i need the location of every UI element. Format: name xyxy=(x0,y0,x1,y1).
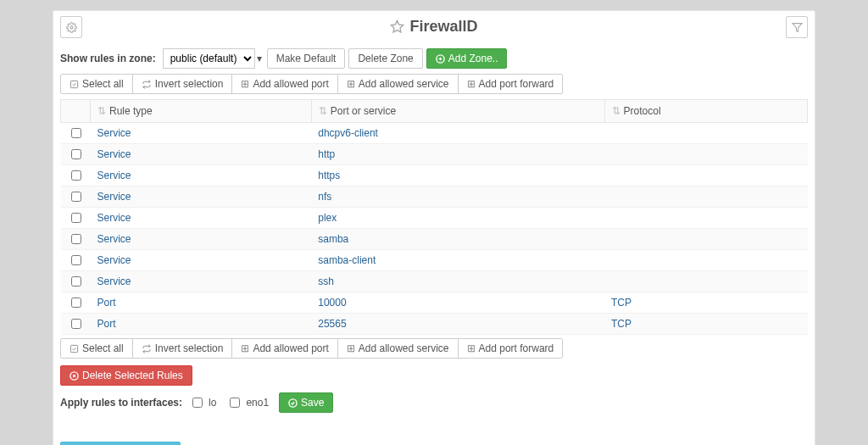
gear-icon xyxy=(66,22,77,33)
plus-box-icon: ⊞ xyxy=(347,78,355,90)
svg-marker-1 xyxy=(392,20,403,31)
iface-eno1[interactable]: eno1 xyxy=(226,395,269,410)
svg-rect-7 xyxy=(70,345,77,352)
apply-configuration-row: Apply Configuration Activate all the all… xyxy=(53,437,815,445)
table-row: Servicehttp xyxy=(61,144,808,165)
filter-button[interactable] xyxy=(786,16,808,38)
delete-zone-button[interactable]: Delete Zone xyxy=(348,48,422,69)
row-checkbox[interactable] xyxy=(71,255,81,265)
iface-lo-checkbox[interactable] xyxy=(192,398,203,408)
add-allowed-port-button[interactable]: ⊞ Add allowed port xyxy=(232,75,337,93)
row-checkbox[interactable] xyxy=(71,298,81,308)
main-panel: FirewallD Show rules in zone: public (de… xyxy=(53,10,815,445)
col-port-service[interactable]: ⇅Port or service xyxy=(311,100,604,123)
add-allowed-service-button[interactable]: ⊞ Add allowed service xyxy=(338,75,459,93)
row-checkbox[interactable] xyxy=(71,149,81,159)
row-checkbox[interactable] xyxy=(71,192,81,202)
make-default-button[interactable]: Make Default xyxy=(267,48,346,69)
table-row: Port10000TCP xyxy=(61,292,808,314)
star-icon xyxy=(390,19,404,34)
plus-box-icon: ⊞ xyxy=(241,342,249,354)
rules-table: ⇅Rule type ⇅Port or service ⇅Protocol Se… xyxy=(60,99,808,335)
select-all-button-2[interactable]: Select all xyxy=(61,339,133,358)
row-checkbox[interactable] xyxy=(71,276,81,286)
port-service-link[interactable]: 10000 xyxy=(318,297,346,309)
svg-rect-6 xyxy=(70,81,77,87)
svg-marker-2 xyxy=(793,23,802,31)
check-square-icon xyxy=(70,344,79,353)
add-allowed-port-button-2[interactable]: ⊞ Add allowed port xyxy=(232,339,337,358)
table-row: Servicenfs xyxy=(61,186,808,208)
table-row: Servicesamba-client xyxy=(61,250,808,271)
page-title: FirewallD xyxy=(390,18,477,36)
table-row: Serviceplex xyxy=(61,208,808,229)
port-service-link[interactable]: samba xyxy=(318,233,348,245)
col-select xyxy=(61,100,91,123)
apply-configuration-button[interactable]: Apply Configuration xyxy=(60,442,181,445)
panel-header: FirewallD xyxy=(53,11,815,45)
iface-eno1-checkbox[interactable] xyxy=(230,398,240,408)
invert-selection-button[interactable]: Invert selection xyxy=(133,75,233,93)
rule-type-link[interactable]: Port xyxy=(97,318,116,330)
delete-selected-button[interactable]: Delete Selected Rules xyxy=(60,365,192,386)
port-service-link[interactable]: http xyxy=(318,148,335,160)
row-checkbox[interactable] xyxy=(71,128,81,138)
apply-interfaces-label: Apply rules to interfaces: xyxy=(60,397,182,409)
check-circle-icon xyxy=(288,398,298,408)
table-row: Servicessh xyxy=(61,271,808,292)
rule-type-link[interactable]: Service xyxy=(97,191,131,203)
protocol-link[interactable]: TCP xyxy=(611,318,632,330)
port-service-link[interactable]: 25565 xyxy=(318,318,346,330)
swap-icon xyxy=(142,344,152,353)
rule-type-link[interactable]: Service xyxy=(97,170,131,181)
table-row: Servicehttps xyxy=(61,165,808,186)
filter-icon xyxy=(792,22,803,33)
port-service-link[interactable]: plex xyxy=(318,212,337,224)
port-service-link[interactable]: samba-client xyxy=(318,254,376,266)
protocol-link[interactable]: TCP xyxy=(611,297,632,309)
apply-interfaces-row: Apply rules to interfaces: lo eno1 Save xyxy=(53,389,815,416)
col-protocol[interactable]: ⇅Protocol xyxy=(604,100,807,123)
swap-icon xyxy=(142,80,152,89)
rule-type-link[interactable]: Service xyxy=(97,212,131,224)
row-checkbox[interactable] xyxy=(71,319,81,329)
table-row: Port25565TCP xyxy=(61,314,808,335)
svg-point-0 xyxy=(70,25,72,28)
table-row: Servicesamba xyxy=(61,229,808,250)
add-port-forward-button-2[interactable]: ⊞ Add port forward xyxy=(459,339,563,358)
rule-type-link[interactable]: Service xyxy=(97,233,131,245)
add-port-forward-button[interactable]: ⊞ Add port forward xyxy=(459,75,563,93)
col-rule-type[interactable]: ⇅Rule type xyxy=(91,100,312,123)
toolbar-top: Select all Invert selection ⊞ Add allowe… xyxy=(60,74,563,94)
settings-button[interactable] xyxy=(60,16,82,38)
rule-type-link[interactable]: Service xyxy=(97,127,131,139)
rule-type-link[interactable]: Service xyxy=(97,254,131,266)
save-interfaces-button[interactable]: Save xyxy=(279,392,333,413)
add-allowed-service-button-2[interactable]: ⊞ Add allowed service xyxy=(338,339,459,358)
plus-box-icon: ⊞ xyxy=(347,342,355,354)
port-service-link[interactable]: https xyxy=(318,170,340,181)
title-text: FirewallD xyxy=(409,18,477,36)
row-checkbox[interactable] xyxy=(71,213,81,223)
zone-label: Show rules in zone: xyxy=(60,53,156,64)
toolbar-bottom: Select all Invert selection ⊞ Add allowe… xyxy=(60,338,563,359)
rule-type-link[interactable]: Port xyxy=(97,297,116,309)
port-service-link[interactable]: nfs xyxy=(318,191,331,203)
iface-lo[interactable]: lo xyxy=(189,395,216,410)
add-zone-button[interactable]: Add Zone.. xyxy=(426,48,508,69)
select-all-button[interactable]: Select all xyxy=(61,75,133,93)
rule-type-link[interactable]: Service xyxy=(97,148,131,160)
check-square-icon xyxy=(70,80,79,89)
zone-select[interactable]: public (default) xyxy=(163,48,255,69)
invert-selection-button-2[interactable]: Invert selection xyxy=(133,339,233,358)
rule-type-link[interactable]: Service xyxy=(97,275,131,287)
table-row: Servicedhcpv6-client xyxy=(61,123,808,144)
plus-box-icon: ⊞ xyxy=(467,78,476,90)
zone-bar: Show rules in zone: public (default) ▾ M… xyxy=(53,45,815,72)
row-checkbox[interactable] xyxy=(71,234,81,244)
plus-box-icon: ⊞ xyxy=(241,78,249,90)
port-service-link[interactable]: ssh xyxy=(318,275,334,287)
row-checkbox[interactable] xyxy=(71,170,81,181)
port-service-link[interactable]: dhcpv6-client xyxy=(318,127,378,139)
plus-box-icon: ⊞ xyxy=(467,342,476,354)
